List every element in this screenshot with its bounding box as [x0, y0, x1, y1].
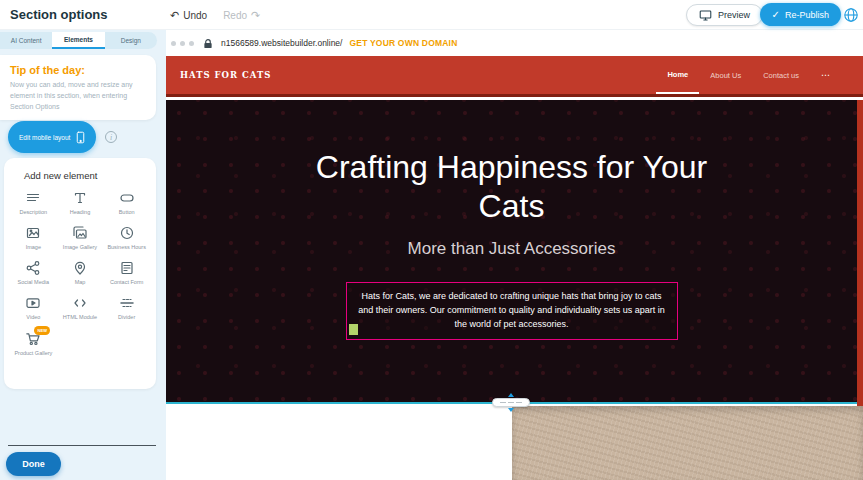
next-section-image[interactable] [512, 406, 863, 480]
site-header: HATS FOR CATS Home About Us Contact us ⋯ [166, 56, 863, 97]
tip-title: Tip of the day: [0, 55, 156, 79]
selection-handle[interactable] [349, 324, 358, 335]
tab-elements[interactable]: Elements [52, 32, 104, 49]
hero-body-text: Hats for Cats, we are dedicated to craft… [358, 291, 665, 329]
sidebar: AI Content Elements Design Tip of the da… [0, 30, 166, 480]
site-nav: Home About Us Contact us ⋯ [656, 56, 841, 94]
element-label: Heading [70, 209, 91, 216]
site-logo[interactable]: HATS FOR CATS [180, 70, 271, 80]
element-business-hours[interactable]: Business Hours [103, 225, 150, 251]
element-divider[interactable]: Divider [103, 295, 150, 321]
lock-icon [203, 38, 213, 49]
edit-mobile-layout-button[interactable]: Edit mobile layout [8, 121, 96, 153]
nav-home[interactable]: Home [656, 56, 699, 94]
element-label: Image [26, 244, 41, 251]
tab-design[interactable]: Design [105, 32, 157, 49]
tab-ai-content[interactable]: AI Content [0, 32, 52, 49]
element-image[interactable]: Image [10, 225, 57, 251]
heading-icon [72, 190, 88, 206]
get-domain-link[interactable]: GET YOUR OWN DOMAIN [349, 38, 457, 48]
social-media-icon [25, 260, 41, 276]
description-icon [25, 190, 41, 206]
hero-subtitle[interactable]: More than Just Accessories [408, 239, 616, 259]
element-label: HTML Module [63, 314, 97, 321]
element-heading[interactable]: Heading [57, 190, 104, 216]
phone-icon [74, 130, 87, 145]
element-product-gallery[interactable]: NEW Product Gallery [10, 331, 57, 357]
hero-title[interactable]: Crafting Happiness for Your Cats [312, 148, 712, 226]
edit-mobile-label: Edit mobile layout [19, 134, 70, 141]
section-resize-handle[interactable] [491, 393, 531, 412]
element-label: Contact Form [110, 279, 143, 286]
element-html-module[interactable]: HTML Module [57, 295, 104, 321]
image-gallery-icon [72, 225, 88, 241]
element-label: Video [26, 314, 40, 321]
divider-icon [119, 295, 135, 311]
element-description[interactable]: Description [10, 190, 57, 216]
resize-up-arrow-icon [508, 393, 514, 397]
app-window: Section options ↶ Undo Redo ↷ Preview ✓ … [0, 0, 863, 480]
tip-body: Now you can add, move and resize any ele… [0, 79, 156, 113]
hero-text-block[interactable]: Hats for Cats, we are dedicated to craft… [346, 282, 678, 340]
info-icon[interactable]: i [105, 131, 117, 143]
video-icon [25, 295, 41, 311]
next-section-blank[interactable] [166, 406, 512, 480]
button-icon [119, 190, 135, 206]
element-label: Button [119, 209, 135, 216]
image-icon [25, 225, 41, 241]
hero-section[interactable]: Crafting Happiness for Your Cats More th… [166, 100, 857, 404]
add-element-panel: Add new element Description Heading Butt… [4, 158, 156, 389]
undo-button[interactable]: ↶ Undo [170, 10, 207, 21]
element-grid: Description Heading Button Image Image G… [4, 190, 156, 357]
browser-dot [189, 41, 194, 46]
element-label: Divider [118, 314, 135, 321]
republish-button[interactable]: ✓ Re-Publish [760, 3, 841, 26]
undo-redo-group: ↶ Undo Redo ↷ [170, 0, 260, 30]
map-icon [72, 260, 88, 276]
nav-more-icon[interactable]: ⋯ [810, 56, 841, 94]
page-edge-strip [857, 100, 863, 406]
element-label: Image Gallery [63, 244, 97, 251]
language-globe-icon[interactable] [843, 7, 859, 23]
browser-bar: n1566589.websitebuilder.online/ GET YOUR… [166, 30, 863, 56]
element-social-media[interactable]: Social Media [10, 260, 57, 286]
redo-button[interactable]: Redo ↷ [223, 10, 260, 21]
contact-form-icon [119, 260, 135, 276]
new-badge: NEW [34, 326, 50, 335]
topbar: Section options ↶ Undo Redo ↷ Preview ✓ … [0, 0, 863, 30]
browser-dots [171, 41, 194, 46]
mobile-row: Edit mobile layout i [8, 121, 117, 153]
element-button[interactable]: Button [103, 190, 150, 216]
resize-down-arrow-icon [508, 408, 514, 412]
browser-dot [180, 41, 185, 46]
republish-label: Re-Publish [785, 10, 829, 20]
element-label: Business Hours [107, 244, 146, 251]
element-image-gallery[interactable]: Image Gallery [57, 225, 104, 251]
element-map[interactable]: Map [57, 260, 104, 286]
site-preview: n1566589.websitebuilder.online/ GET YOUR… [166, 30, 863, 480]
check-icon: ✓ [772, 10, 780, 20]
preview-label: Preview [718, 10, 750, 20]
element-video[interactable]: Video [10, 295, 57, 321]
element-label: Description [20, 209, 48, 216]
site-url: n1566589.websitebuilder.online/ [221, 38, 342, 48]
html-module-icon [72, 295, 88, 311]
page-title: Section options [10, 0, 108, 30]
nav-contact-us[interactable]: Contact us [752, 56, 810, 94]
element-label: Social Media [18, 279, 50, 286]
undo-icon: ↶ [170, 10, 179, 21]
tip-card: Tip of the day: Now you can add, move an… [0, 55, 156, 120]
resize-grip[interactable] [492, 398, 530, 407]
add-element-title: Add new element [4, 158, 156, 190]
nav-about-us[interactable]: About Us [699, 56, 752, 94]
redo-label: Redo [223, 10, 247, 21]
preview-button[interactable]: Preview [686, 4, 763, 26]
monitor-icon [699, 9, 712, 22]
element-label: Product Gallery [14, 350, 52, 357]
undo-label: Undo [183, 10, 207, 21]
done-button[interactable]: Done [6, 452, 61, 476]
element-contact-form[interactable]: Contact Form [103, 260, 150, 286]
sidebar-tabs: AI Content Elements Design [0, 32, 157, 49]
element-label: Map [75, 279, 86, 286]
redo-icon: ↷ [251, 10, 260, 21]
